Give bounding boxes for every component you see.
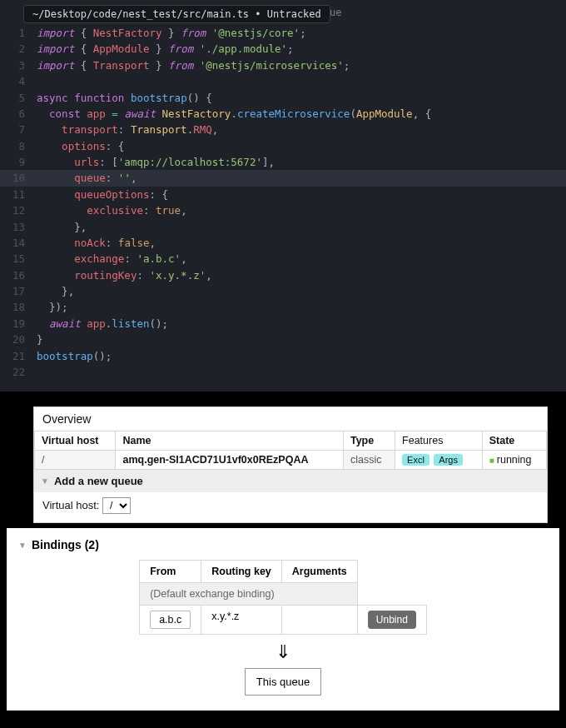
code-line[interactable]: 11 queueOptions: { (0, 187, 566, 202)
line-number: 21 (0, 348, 37, 364)
code-line[interactable]: 13 }, (0, 219, 566, 235)
state-running-icon: ■ (489, 456, 494, 465)
code-content: await app.listen(); (37, 316, 168, 332)
code-line[interactable]: 16 routingKey: 'x.y.*.z', (0, 267, 566, 283)
line-number: 14 (0, 235, 37, 251)
state-label: running (497, 454, 532, 466)
line-number: 12 (0, 202, 37, 218)
code-line[interactable]: 2import { AppModule } from './app.module… (0, 41, 566, 57)
this-queue-box: This queue (245, 668, 321, 696)
code-editor: ~/Desktop/code/nest_test/src/main.ts • U… (0, 0, 566, 391)
code-line[interactable]: 15 exchange: 'a.b.c', (0, 251, 566, 267)
code-content: urls: ['amqp://localhost:5672'], (37, 154, 275, 170)
flow-arrow-icon: ⇓ (18, 641, 548, 663)
code-line[interactable]: 19 await app.listen(); (0, 316, 566, 332)
code-content: noAck: false, (37, 235, 156, 251)
queues-panel: Overview Virtual host Name Type Features… (33, 406, 548, 523)
line-number: 19 (0, 316, 37, 332)
code-content: import { AppModule } from './app.module'… (37, 41, 294, 57)
code-line[interactable]: 8 options: { (0, 138, 566, 154)
table-row[interactable]: / amq.gen-SI1ACD71U1vf0x0REzPQAA classic… (35, 451, 547, 470)
exchange-chip[interactable]: a.b.c (150, 611, 191, 629)
line-number: 15 (0, 251, 37, 267)
cell-arguments (281, 606, 357, 635)
col-state[interactable]: State (482, 431, 546, 451)
line-number: 18 (0, 299, 37, 315)
overview-heading: Overview (34, 407, 547, 431)
bindings-panel: ▼ Bindings (2) From Routing key Argument… (7, 528, 559, 711)
unbind-button[interactable]: Unbind (368, 611, 416, 629)
cell-vhost: / (35, 451, 116, 470)
code-line[interactable]: 4 (0, 73, 566, 89)
bindings-toggle[interactable]: ▼ Bindings (2) (18, 536, 548, 560)
code-line[interactable]: 12 exclusive: true, (0, 202, 566, 218)
code-content: }, (37, 219, 87, 235)
code-content: }, (37, 283, 74, 299)
cell-name[interactable]: amq.gen-SI1ACD71U1vf0x0REzPQAA (116, 451, 343, 470)
code-content: import { Transport } from '@nestjs/micro… (37, 57, 350, 73)
cell-type: classic (343, 451, 395, 470)
file-tab[interactable]: ~/Desktop/code/nest_test/src/main.ts • U… (23, 5, 330, 23)
code-line[interactable]: 9 urls: ['amqp://localhost:5672'], (0, 154, 566, 170)
vhost-select[interactable]: / (102, 497, 131, 514)
code-line[interactable]: 22 (0, 364, 566, 380)
table-header-row: Virtual host Name Type Features State (35, 431, 547, 451)
code-area[interactable]: 1import { NestFactory } from '@nestjs/co… (0, 23, 566, 380)
code-content: routingKey: 'x.y.*.z', (37, 267, 212, 283)
code-content: transport: Transport.RMQ, (37, 122, 218, 137)
feature-args-badge: Args (434, 454, 463, 466)
add-queue-toggle[interactable]: ▼ Add a new queue (34, 470, 547, 492)
queues-table: Virtual host Name Type Features State / … (34, 431, 547, 470)
line-number: 17 (0, 283, 37, 299)
line-number: 22 (0, 364, 37, 380)
code-line[interactable]: 5async function bootstrap() { (0, 90, 566, 106)
code-content: exclusive: true, (37, 202, 187, 218)
line-number: 8 (0, 138, 37, 154)
code-content: options: { (37, 138, 124, 154)
code-content: }); (37, 299, 68, 315)
add-queue-form: Virtual host: / (34, 492, 547, 522)
col-from: From (140, 561, 201, 583)
code-line[interactable]: 18 }); (0, 299, 566, 315)
code-line[interactable]: 3import { Transport } from '@nestjs/micr… (0, 57, 566, 73)
code-content: bootstrap(); (37, 348, 112, 364)
cell-state: ■running (482, 451, 546, 470)
line-number: 1 (0, 25, 37, 41)
code-line[interactable]: 6 const app = await NestFactory.createMi… (0, 106, 566, 122)
code-content: async function bootstrap() { (37, 90, 212, 106)
table-header-row: From Routing key Arguments (140, 561, 427, 583)
line-number: 16 (0, 267, 37, 283)
col-type[interactable]: Type (343, 431, 395, 451)
col-routing-key: Routing key (201, 561, 282, 583)
code-content: queueOptions: { (37, 187, 168, 202)
col-features[interactable]: Features (395, 431, 483, 451)
default-exchange-row: (Default exchange binding) (140, 583, 427, 606)
code-line[interactable]: 10 queue: '', (0, 170, 566, 186)
cell-from: a.b.c (140, 606, 201, 635)
code-line[interactable]: 17 }, (0, 283, 566, 299)
col-vhost[interactable]: Virtual host (35, 431, 116, 451)
line-number: 4 (0, 73, 37, 89)
line-number: 7 (0, 122, 37, 137)
bindings-title: Bindings (2) (32, 538, 99, 551)
line-number: 13 (0, 219, 37, 235)
code-line[interactable]: 21bootstrap(); (0, 348, 566, 364)
col-name[interactable]: Name (116, 431, 343, 451)
line-number: 2 (0, 41, 37, 57)
triangle-down-icon: ▼ (18, 541, 27, 550)
default-exchange-label: (Default exchange binding) (140, 583, 358, 606)
code-content: } (37, 332, 43, 347)
code-line[interactable]: 20} (0, 332, 566, 347)
code-line[interactable]: 14 noAck: false, (0, 235, 566, 251)
code-content: exchange: 'a.b.c', (37, 251, 187, 267)
line-number: 11 (0, 187, 37, 202)
vhost-label: Virtual host: (42, 499, 99, 511)
code-line[interactable]: 7 transport: Transport.RMQ, (0, 122, 566, 137)
binding-row: a.b.c x.y.*.z Unbind (140, 606, 427, 635)
line-number: 6 (0, 106, 37, 122)
triangle-down-icon: ▼ (41, 476, 49, 486)
code-line[interactable]: 1import { NestFactory } from '@nestjs/co… (0, 25, 566, 41)
bindings-table: From Routing key Arguments (Default exch… (139, 560, 427, 635)
line-number: 3 (0, 57, 37, 73)
code-content: const app = await NestFactory.createMicr… (37, 106, 431, 122)
